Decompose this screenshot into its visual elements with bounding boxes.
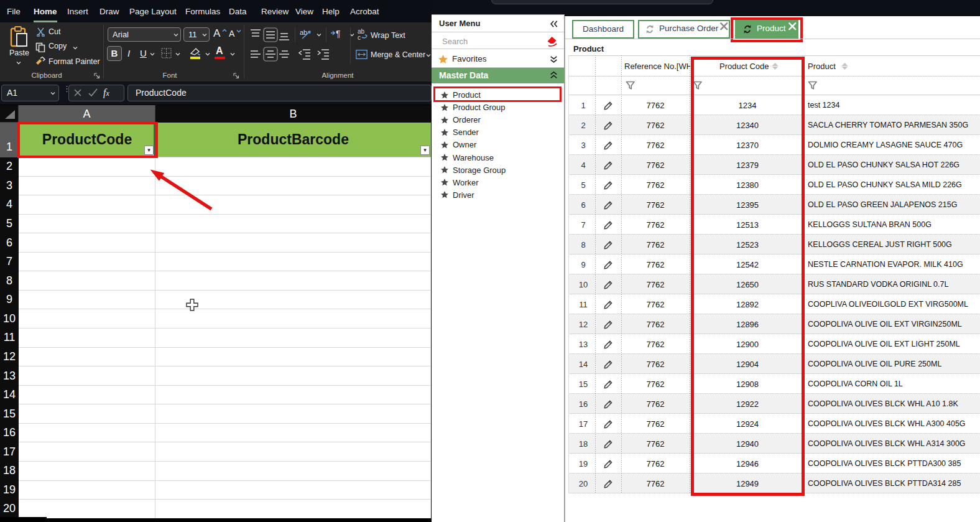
svg-text:c: c (358, 34, 361, 41)
svg-text:¶: ¶ (336, 29, 341, 39)
